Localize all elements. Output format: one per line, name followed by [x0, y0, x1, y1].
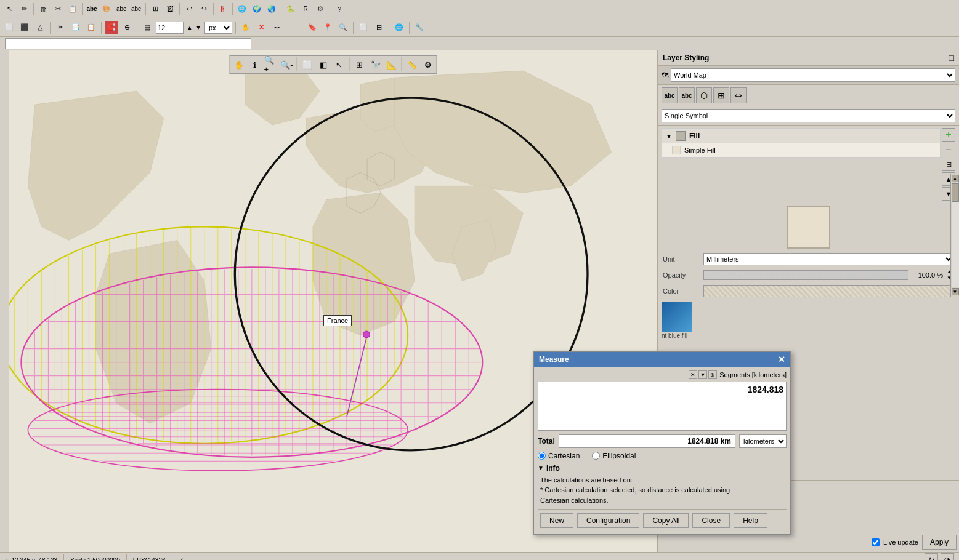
help-btn[interactable]: Help [734, 513, 767, 528]
label-tool[interactable]: abc [85, 2, 99, 16]
live-update-checkbox[interactable] [872, 538, 880, 546]
configuration-btn[interactable]: Configuration [577, 513, 639, 528]
cartesian-radio-label[interactable]: Cartesian [538, 452, 580, 460]
copy-tool[interactable]: 📋 [66, 2, 79, 16]
identify-map-btn[interactable]: ℹ [248, 57, 262, 72]
cube-icon-btn[interactable]: ⬡ [696, 87, 712, 103]
zoom-in-map-btn[interactable]: 🔍+ [264, 57, 278, 72]
globe2-tool[interactable]: 🌍 [250, 2, 264, 16]
edit-tool[interactable]: ✏ [17, 2, 31, 16]
address-input[interactable] [5, 38, 251, 49]
zoom-layer-btn[interactable]: 📐 [384, 57, 399, 72]
color-swatch[interactable] [703, 285, 954, 297]
pan2-btn[interactable]: ⊞ [372, 21, 386, 34]
cursor-map-btn[interactable]: ↖ [332, 57, 347, 72]
right-scrollbar[interactable]: ▲ ▼ [950, 174, 959, 297]
plugin-tool[interactable]: ⚙ [314, 2, 327, 16]
globe-tool[interactable]: 🌐 [235, 2, 249, 16]
ellipsoidal-radio-label[interactable]: Ellipsoidal [592, 452, 636, 460]
help-tool[interactable]: ? [333, 2, 346, 16]
r-tool[interactable]: R [299, 2, 312, 16]
zoom-out-map-btn[interactable]: 🔍- [280, 57, 294, 72]
select-poly-btn[interactable]: △ [33, 21, 47, 34]
ellipsoidal-radio[interactable] [592, 452, 600, 460]
undo-tool[interactable]: ↩ [182, 2, 196, 16]
img-tool[interactable]: 🖼 [163, 2, 177, 16]
close-panel-btn[interactable]: □ [949, 53, 954, 63]
scroll-down-btn[interactable]: ▼ [952, 288, 959, 295]
settings-btn[interactable]: 🔧 [413, 21, 426, 34]
python-tool[interactable]: 🐍 [284, 2, 297, 16]
label3-tool[interactable]: abc [129, 2, 143, 16]
copy-feature-btn[interactable]: 📑 [69, 21, 83, 34]
snap2-btn[interactable]: ⊕ [120, 21, 134, 34]
measure-close-btn[interactable]: ✕ [778, 354, 785, 364]
paste-feature-btn[interactable]: 📋 [84, 21, 98, 34]
redo-tool[interactable]: ↪ [197, 2, 211, 16]
snap-btn[interactable]: 🧲 [105, 21, 118, 34]
new-btn[interactable]: New [540, 513, 573, 528]
copy-all-btn[interactable]: Copy All [643, 513, 689, 528]
zoom-out-btn[interactable]: − [285, 21, 299, 34]
feature-select-map-btn[interactable]: ◧ [316, 57, 331, 72]
cartesian-radio[interactable] [538, 452, 546, 460]
segments-options-btn[interactable]: ▼ [698, 370, 707, 379]
select-rect-btn[interactable]: ⬜ [357, 21, 370, 34]
select-all-btn[interactable]: ⬜ [2, 21, 16, 34]
opacity-slider[interactable] [703, 270, 908, 280]
cut-tool[interactable]: ✂ [51, 2, 65, 16]
zoom-in-btn[interactable]: ✕ [254, 21, 268, 34]
pointer-tool[interactable]: ↖ [2, 2, 16, 16]
settings-map-btn[interactable]: ⚙ [421, 57, 435, 72]
copy-segment-btn[interactable]: ⊕ [708, 370, 717, 379]
text-icon-btn[interactable]: abc [662, 87, 678, 103]
close-btn[interactable]: Close [692, 513, 730, 528]
info-toggle[interactable]: ▼ Info [538, 464, 787, 473]
scroll-up-btn[interactable]: ▲ [952, 175, 959, 182]
refresh-btn[interactable]: ⟳ [941, 553, 954, 560]
bookmark-btn[interactable]: 🔖 [306, 21, 319, 34]
scroll-thumb[interactable] [952, 183, 959, 202]
zoom-window-btn[interactable]: 🔭 [368, 57, 383, 72]
unit-select[interactable]: Millimeters [703, 253, 954, 265]
earth2-btn[interactable]: 🌐 [392, 21, 406, 34]
world-map-select[interactable]: World Map [671, 68, 955, 82]
sep5 [213, 3, 214, 15]
find-btn[interactable]: 🔍 [336, 21, 350, 34]
add-layer-btn[interactable]: + [942, 128, 955, 142]
measure-map-btn[interactable]: 📏 [405, 57, 419, 72]
single-symbol-select[interactable]: Single Symbol [662, 109, 955, 122]
blocks-icon-btn[interactable]: ⊞ [713, 87, 729, 103]
bookmark2-btn[interactable]: 📍 [321, 21, 334, 34]
rotation-btn[interactable]: ↻ [925, 553, 938, 560]
cut-feature-btn[interactable]: ✂ [54, 21, 67, 34]
earth-tool[interactable]: 🌏 [265, 2, 278, 16]
color-tool[interactable]: 🎨 [100, 2, 113, 16]
unit-select[interactable]: kilometers meters miles [739, 434, 787, 448]
pan2-map-btn[interactable]: ⊞ [352, 57, 367, 72]
zoom-up[interactable]: ▲ [185, 25, 194, 31]
delete-tool[interactable]: 🗑 [36, 2, 50, 16]
sep9 [50, 22, 51, 34]
blue-color-swatch[interactable] [662, 302, 692, 332]
scroll-track [952, 183, 959, 287]
measure-body: ✕ ▼ ⊕ Segments [kilometers] 1824.818 Tot… [534, 367, 790, 535]
arrow-icon-btn[interactable]: ⇔ [730, 87, 747, 103]
pan-map-btn[interactable]: ✋ [232, 57, 246, 72]
zoom-down[interactable]: ▼ [194, 25, 203, 31]
apply-btn[interactable]: Apply [922, 535, 957, 550]
text2-icon-btn[interactable]: abc [679, 87, 695, 103]
zoom-cross-btn[interactable]: ⊹ [270, 21, 283, 34]
pan-btn[interactable]: ✋ [239, 21, 253, 34]
clear-segments-btn[interactable]: ✕ [689, 370, 697, 379]
zoom-input[interactable]: 12 [156, 22, 184, 34]
label2-tool[interactable]: abc [115, 2, 128, 16]
select-feature-btn[interactable]: ⬛ [18, 21, 31, 34]
database-tool[interactable]: 🗄 [216, 2, 230, 16]
duplicate-layer-btn[interactable]: ⊞ [942, 158, 955, 171]
table-tool[interactable]: ⊞ [148, 2, 162, 16]
cartesian-label: Cartesian [548, 452, 580, 460]
select-rect-map-btn[interactable]: ⬜ [300, 57, 315, 72]
remove-layer-btn[interactable]: − [942, 143, 955, 156]
zoom-unit-select[interactable]: px mm [204, 22, 232, 34]
